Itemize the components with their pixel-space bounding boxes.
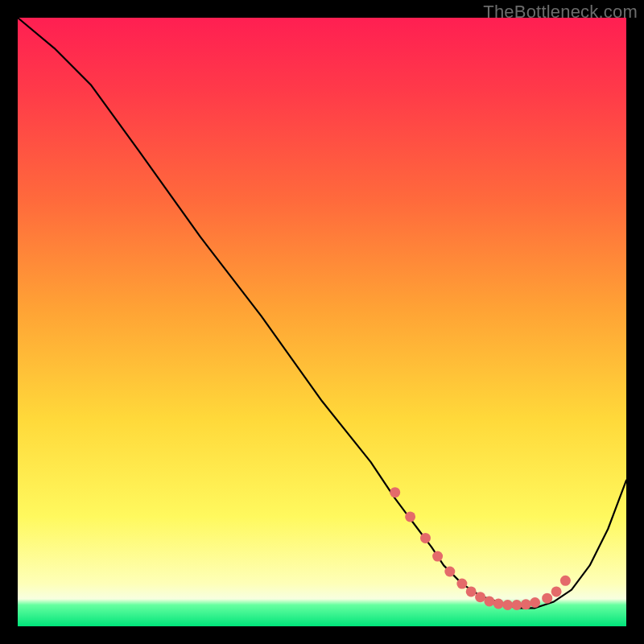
valley-dot — [493, 599, 504, 609]
valley-dot — [466, 586, 477, 597]
chart-overlay — [18, 18, 626, 626]
valley-dot — [456, 579, 467, 589]
valley-dot — [560, 576, 571, 586]
valley-dot — [475, 592, 485, 602]
chart-stage: TheBottleneck.com — [0, 0, 644, 644]
valley-dot — [432, 551, 443, 562]
valley-dots — [390, 487, 571, 610]
valley-dot — [542, 593, 552, 604]
valley-dot — [420, 533, 431, 543]
bottleneck-curve — [18, 18, 626, 608]
valley-dot — [530, 597, 540, 608]
valley-dot — [444, 567, 455, 577]
valley-dot — [405, 511, 415, 522]
valley-dot — [390, 487, 400, 497]
valley-dot — [511, 600, 522, 610]
valley-dot — [521, 599, 531, 609]
watermark-text: TheBottleneck.com — [483, 2, 638, 23]
valley-dot — [551, 586, 562, 597]
valley-dot — [484, 597, 494, 607]
valley-dot — [502, 600, 513, 610]
